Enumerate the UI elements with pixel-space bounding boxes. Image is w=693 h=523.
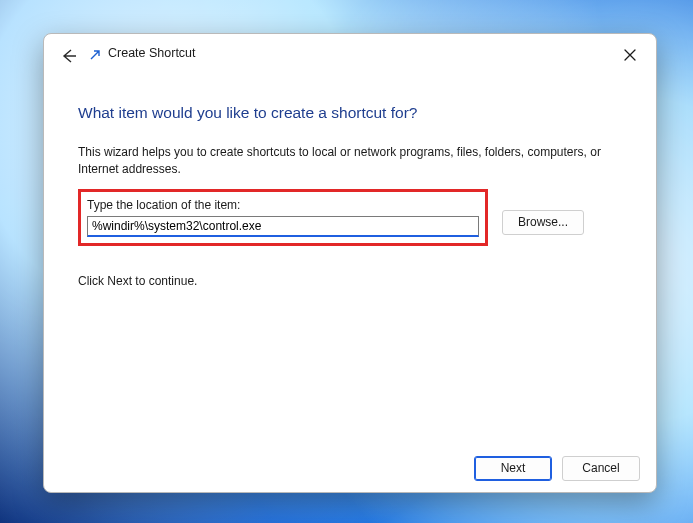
titlebar: Create Shortcut: [44, 34, 656, 78]
arrow-left-icon: [61, 48, 77, 67]
shortcut-icon: [88, 48, 102, 62]
close-icon: [624, 49, 636, 64]
page-heading: What item would you like to create a sho…: [78, 104, 622, 122]
location-highlight-frame: Type the location of the item:: [78, 189, 488, 246]
dialog-footer: Next Cancel: [44, 444, 656, 492]
create-shortcut-dialog: Create Shortcut What item would you like…: [43, 33, 657, 493]
location-row: Type the location of the item: Browse...: [78, 197, 622, 246]
location-label: Type the location of the item:: [87, 198, 479, 212]
window-title: Create Shortcut: [108, 46, 196, 60]
cancel-button[interactable]: Cancel: [562, 456, 640, 481]
back-button[interactable]: [60, 48, 78, 66]
description-text: This wizard helps you to create shortcut…: [78, 144, 622, 179]
location-input[interactable]: [87, 216, 479, 237]
next-button[interactable]: Next: [474, 456, 552, 481]
close-button[interactable]: [616, 42, 644, 70]
dialog-body: What item would you like to create a sho…: [78, 104, 622, 436]
continue-hint: Click Next to continue.: [78, 274, 622, 288]
browse-button[interactable]: Browse...: [502, 210, 584, 235]
